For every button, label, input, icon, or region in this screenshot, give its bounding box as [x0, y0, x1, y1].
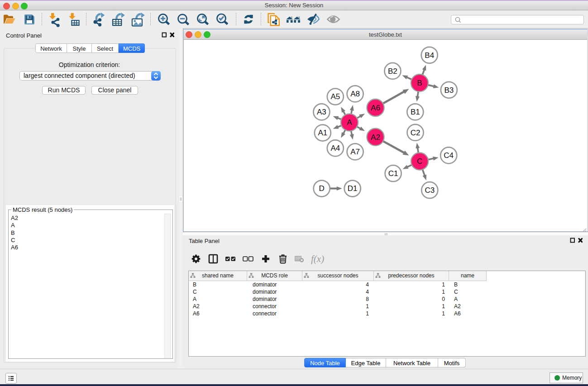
svg-text:D: D: [319, 184, 325, 193]
svg-text:B: B: [417, 79, 422, 87]
svg-text:C2: C2: [411, 129, 421, 137]
svg-text:B4: B4: [425, 51, 434, 60]
svg-text:C4: C4: [444, 151, 454, 160]
svg-text:C3: C3: [425, 186, 435, 195]
svg-text:A2: A2: [371, 133, 380, 142]
svg-text:A5: A5: [330, 92, 340, 101]
svg-text:C: C: [417, 157, 422, 166]
svg-text:B1: B1: [411, 108, 420, 116]
svg-text:B2: B2: [388, 67, 397, 76]
svg-text:A1: A1: [318, 129, 327, 137]
svg-text:D1: D1: [348, 184, 358, 193]
svg-text:A7: A7: [350, 148, 360, 156]
svg-text:B3: B3: [444, 86, 454, 95]
svg-text:A6: A6: [371, 104, 380, 112]
svg-text:A8: A8: [350, 90, 360, 98]
svg-text:A4: A4: [330, 144, 340, 152]
svg-text:A: A: [347, 118, 352, 127]
svg-text:C1: C1: [388, 169, 398, 178]
svg-text:f(x): f(x): [311, 253, 324, 264]
svg-text:A3: A3: [317, 108, 326, 116]
